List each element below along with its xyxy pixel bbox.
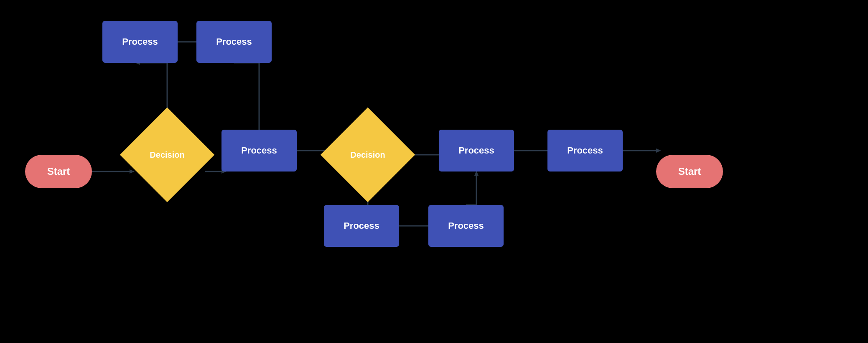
start-node-2[interactable]: Start: [656, 155, 723, 188]
process-node-5[interactable]: Process: [324, 205, 399, 247]
process-node-7[interactable]: Process: [547, 130, 623, 172]
process-label-7: Process: [567, 145, 603, 156]
decision-node-2[interactable]: Decision: [330, 117, 405, 192]
process-node-1[interactable]: Process: [102, 21, 178, 63]
decision-node-1[interactable]: Decision: [130, 117, 205, 192]
process-node-4[interactable]: Process: [439, 130, 514, 172]
start-label-1: Start: [47, 166, 70, 177]
process-label-5: Process: [344, 220, 379, 231]
process-label-4: Process: [458, 145, 494, 156]
process-label-2: Process: [216, 36, 252, 47]
decision-label-1: Decision: [150, 150, 184, 160]
decision-label-2: Decision: [350, 150, 385, 160]
process-label-6: Process: [448, 220, 484, 231]
svg-marker-26: [656, 148, 661, 153]
start-node-1[interactable]: Start: [25, 155, 92, 188]
start-label-2: Start: [678, 166, 701, 177]
process-node-6[interactable]: Process: [428, 205, 504, 247]
process-node-3[interactable]: Process: [221, 130, 297, 172]
flowchart-canvas: Start Decision Process Process Process D…: [0, 0, 868, 343]
process-label-3: Process: [241, 145, 277, 156]
process-label-1: Process: [122, 36, 158, 47]
process-node-2[interactable]: Process: [196, 21, 272, 63]
